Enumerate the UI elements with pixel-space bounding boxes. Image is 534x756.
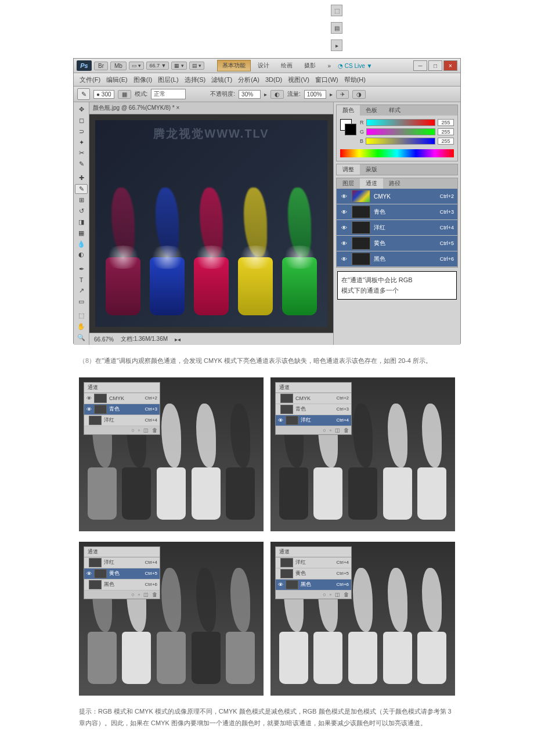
- close-button[interactable]: ×: [443, 60, 457, 71]
- eye-icon[interactable]: 👁: [340, 255, 348, 263]
- save-icon[interactable]: ▫: [330, 592, 331, 597]
- tablet-opacity-icon[interactable]: ◐: [270, 90, 284, 99]
- paths-tab[interactable]: 路径: [383, 178, 406, 189]
- workspace-tab-painting[interactable]: 绘画: [276, 60, 297, 71]
- workspace-tab-photography[interactable]: 摄影: [300, 60, 320, 71]
- eye-icon[interactable]: 👁: [340, 192, 348, 200]
- canvas[interactable]: 腾龙视觉WWW.TLV: [89, 114, 333, 333]
- status-arrow[interactable]: ▸◂: [175, 336, 181, 343]
- actions-icon[interactable]: ▤: [331, 22, 342, 34]
- brush-tool[interactable]: ✎: [75, 184, 88, 194]
- trash-icon[interactable]: 🗑: [344, 592, 349, 597]
- new-icon[interactable]: ○: [323, 427, 326, 433]
- channel-magenta[interactable]: 👁洋红Ctrl+4: [337, 220, 457, 236]
- mini-channel-black[interactable]: 👁黑色Ctrl+6: [276, 579, 351, 591]
- workspace-tab-design[interactable]: 设计: [253, 60, 274, 71]
- maximize-button[interactable]: □: [428, 60, 442, 71]
- channel-cmyk[interactable]: 👁CMYKCtrl+2: [337, 189, 457, 204]
- b-slider[interactable]: [366, 138, 435, 145]
- menu-filter[interactable]: 滤镜(T): [209, 74, 234, 85]
- trash-icon[interactable]: 🗑: [344, 427, 349, 433]
- r-slider[interactable]: [366, 119, 436, 126]
- lasso-tool[interactable]: ⊃: [75, 127, 88, 136]
- new-icon[interactable]: ○: [131, 592, 134, 597]
- opacity-input[interactable]: 30%: [239, 90, 261, 99]
- mini-channel-cmyk[interactable]: CMYKCtrl+2: [276, 393, 351, 404]
- spectrum-bar[interactable]: [340, 149, 454, 157]
- current-tool-icon[interactable]: ✎: [77, 88, 90, 100]
- flow-input[interactable]: 100%: [304, 90, 326, 99]
- crop-tool[interactable]: ✂: [75, 148, 88, 158]
- menu-window[interactable]: 窗口(W): [313, 74, 341, 85]
- shape-tool[interactable]: ▭: [75, 297, 88, 307]
- new-icon[interactable]: ○: [131, 427, 134, 433]
- healing-tool[interactable]: ✚: [75, 173, 88, 183]
- mini-channel-yellow[interactable]: 👁黄色Ctrl+5: [84, 568, 160, 579]
- menu-layer[interactable]: 图层(L): [156, 74, 181, 85]
- mini-channel-magenta[interactable]: 洋红Ctrl+4: [276, 557, 351, 568]
- wand-tool[interactable]: ✦: [75, 138, 88, 147]
- new-icon[interactable]: ○: [323, 592, 326, 597]
- move-tool[interactable]: ✥: [75, 105, 88, 114]
- channel-cyan[interactable]: 👁青色Ctrl+3: [337, 204, 457, 220]
- menu-3d[interactable]: 3D(D): [263, 75, 284, 84]
- mini-channel-magenta[interactable]: 洋红Ctrl+4: [84, 557, 160, 568]
- styles-tab[interactable]: 样式: [383, 105, 406, 116]
- menu-view[interactable]: 视图(V): [286, 74, 312, 85]
- mini-channel-magenta[interactable]: 洋红Ctrl+4: [84, 415, 160, 426]
- channels-tab[interactable]: 通道: [360, 178, 383, 189]
- marquee-tool[interactable]: ◻: [75, 116, 88, 125]
- eraser-tool[interactable]: ◨: [75, 217, 88, 227]
- trash-icon[interactable]: 🗑: [152, 592, 157, 597]
- mini-tab[interactable]: 通道: [276, 547, 351, 557]
- page-icon[interactable]: ◫: [143, 427, 149, 433]
- save-icon[interactable]: ▫: [330, 427, 331, 433]
- mini-channel-cmyk[interactable]: 👁CMYKCtrl+2: [84, 393, 160, 404]
- flow-arrow[interactable]: ▸: [330, 91, 333, 98]
- screen-mode-button[interactable]: ▭ ▾: [129, 62, 145, 70]
- zoom-tool[interactable]: 🔍: [75, 333, 88, 343]
- mini-channel-cyan[interactable]: 👁青色Ctrl+3: [84, 404, 160, 415]
- eye-icon[interactable]: 👁: [340, 224, 348, 232]
- menu-analysis[interactable]: 分析(A): [236, 74, 262, 85]
- mini-tab[interactable]: 通道: [84, 383, 160, 393]
- document-tab[interactable]: 颜色瓶.jpg @ 66.7%(CMYK/8) * ×: [89, 102, 333, 114]
- channel-black[interactable]: 👁黑色Ctrl+6: [337, 251, 457, 267]
- airbrush-icon[interactable]: ✈: [336, 90, 349, 99]
- history-icon[interactable]: ⬚: [331, 5, 342, 16]
- eye-icon[interactable]: 👁: [340, 239, 348, 247]
- mini-channel-cyan[interactable]: 青色Ctrl+3: [276, 404, 351, 415]
- save-icon[interactable]: ▫: [138, 427, 140, 433]
- page-icon[interactable]: ◫: [335, 427, 340, 433]
- tablet-size-icon[interactable]: ◑: [352, 90, 366, 99]
- mini-channel-magenta[interactable]: 👁洋红Ctrl+4: [276, 415, 351, 426]
- type-tool[interactable]: T: [75, 275, 88, 285]
- layers-tab[interactable]: 图层: [337, 178, 360, 189]
- menu-file[interactable]: 文件(F): [77, 74, 103, 85]
- brush-preset[interactable]: ● 300: [93, 90, 114, 99]
- color-tab[interactable]: 颜色: [337, 105, 360, 116]
- opacity-arrow[interactable]: ▸: [264, 91, 267, 98]
- channel-yellow[interactable]: 👁黄色Ctrl+5: [337, 236, 457, 251]
- history-brush-tool[interactable]: ↺: [75, 206, 88, 216]
- zoom-dropdown[interactable]: 66.7 ▼: [146, 62, 169, 70]
- blur-tool[interactable]: 💧: [75, 239, 88, 249]
- color-swatch[interactable]: [340, 119, 356, 135]
- path-tool[interactable]: ↗: [75, 286, 88, 296]
- gradient-tool[interactable]: ▦: [75, 228, 88, 238]
- pen-tool[interactable]: ✒: [75, 264, 88, 274]
- stamp-tool[interactable]: ⊞: [75, 195, 88, 205]
- eyedropper-tool[interactable]: ✎: [75, 159, 88, 169]
- g-value[interactable]: 255: [438, 128, 454, 135]
- menu-select[interactable]: 选择(S): [182, 74, 208, 85]
- save-icon[interactable]: ▫: [138, 592, 140, 597]
- view-extras-button[interactable]: ▤ ▾: [189, 62, 205, 70]
- adjustments-tab[interactable]: 调整: [337, 164, 360, 175]
- menu-edit[interactable]: 编辑(E): [104, 74, 130, 85]
- menu-image[interactable]: 图像(I): [131, 74, 154, 85]
- eye-icon[interactable]: 👁: [340, 208, 348, 216]
- mini-tab[interactable]: 通道: [276, 383, 351, 393]
- zoom-status[interactable]: 66.67%: [94, 336, 114, 343]
- minibridge-button[interactable]: Mb: [110, 62, 127, 70]
- 3d-tool[interactable]: ⬚: [75, 311, 88, 321]
